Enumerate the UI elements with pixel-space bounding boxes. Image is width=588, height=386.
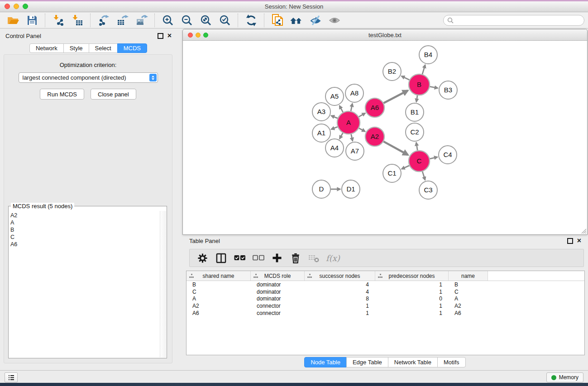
search-field[interactable]	[443, 15, 584, 26]
select-all-columns-icon[interactable]	[231, 250, 248, 266]
table-cell: 4	[305, 281, 375, 288]
control-panel-title: Control Panel	[5, 33, 41, 39]
first-neighbors-icon[interactable]	[287, 13, 306, 28]
table-row[interactable]: A2connector11A2	[186, 302, 584, 310]
graph-edge-A6-B[interactable]	[384, 91, 408, 103]
table-row[interactable]: Cdominator41C	[186, 288, 584, 295]
tab-select[interactable]: Select	[89, 43, 118, 53]
table-cell: 1	[375, 281, 449, 288]
graph-edge-C-C1[interactable]	[402, 166, 409, 169]
mcds-panel: Optimization criterion: largest connecte…	[4, 54, 172, 363]
graph-edge-A-A7[interactable]	[351, 134, 353, 141]
graph-edge-A-A5[interactable]	[339, 106, 343, 112]
graph-edge-C-C3[interactable]	[422, 172, 425, 180]
graph-edge-B-B1[interactable]	[416, 95, 417, 102]
graph-edge-A-A3[interactable]	[331, 116, 338, 119]
show-panels-icon[interactable]	[325, 13, 344, 28]
network-window-titlebar[interactable]: testGlobe.txt	[183, 29, 587, 41]
close-panel-button[interactable]: Close panel	[91, 89, 136, 100]
close-table-panel-icon[interactable]: ×	[577, 238, 581, 243]
graph-edge-B-B3[interactable]	[430, 86, 438, 88]
graph-edge-B-B2[interactable]	[402, 76, 409, 80]
criterion-dropdown[interactable]: largest connected component (directed)	[19, 72, 158, 83]
column-header-mcds-role[interactable]: MCDS role	[251, 271, 305, 281]
export-network-icon[interactable]	[94, 13, 113, 28]
export-table-icon[interactable]	[113, 13, 132, 28]
column-header-shared-name[interactable]: shared name	[186, 271, 251, 281]
graph-node-label: D1	[346, 185, 355, 193]
table-row[interactable]: Adominator80A	[186, 295, 584, 302]
graph-node-label: A5	[330, 92, 339, 100]
table-settings-gear-icon[interactable]	[194, 250, 211, 266]
tab-style[interactable]: Style	[63, 43, 89, 53]
mcds-result-list[interactable]: A2ABCA6	[10, 212, 159, 357]
graph-node-label: C3	[424, 186, 432, 194]
delete-column-icon[interactable]	[287, 250, 304, 266]
graph-node-label: A3	[317, 108, 325, 115]
graph-node-label: C	[417, 157, 422, 165]
graph-edge-A2-C[interactable]	[383, 142, 408, 155]
column-header-successor-nodes[interactable]: successor nodes	[305, 271, 375, 281]
run-mcds-button[interactable]: Run MCDS	[40, 89, 84, 100]
mcds-result-item[interactable]: C	[10, 234, 159, 241]
mcds-result-item[interactable]: A6	[10, 241, 159, 248]
import-table-icon[interactable]	[68, 13, 87, 28]
graph-edge-A-A6[interactable]	[359, 113, 365, 117]
graph-edge-C-C4[interactable]	[430, 157, 437, 159]
function-builder-icon[interactable]: f(x)	[326, 253, 340, 263]
open-session-icon[interactable]	[4, 13, 23, 28]
mcds-result-item[interactable]: A	[10, 219, 159, 226]
toolbar-separator	[238, 14, 239, 27]
zoom-fit-icon[interactable]	[196, 13, 215, 28]
refresh-icon[interactable]	[242, 13, 261, 28]
table-body: Bdominator41BCdominator41CAdominator80AA…	[186, 281, 584, 316]
export-image-icon[interactable]	[132, 13, 151, 28]
memory-status-icon	[551, 375, 556, 380]
graph-edge-A-A1[interactable]	[331, 127, 338, 129]
show-columns-icon[interactable]	[213, 250, 229, 266]
mcds-list-scrollbar[interactable]	[160, 211, 166, 357]
create-column-icon[interactable]	[268, 250, 285, 266]
table-row[interactable]: Bdominator41B	[186, 281, 584, 288]
graph-edge-C-C2[interactable]	[416, 143, 418, 150]
tab-network-table[interactable]: Network Table	[388, 357, 438, 367]
task-history-button[interactable]	[5, 372, 18, 382]
unselect-all-columns-icon[interactable]	[250, 250, 267, 266]
tab-node-table[interactable]: Node Table	[304, 357, 347, 367]
graph-edge-A-A8[interactable]	[351, 104, 352, 111]
tab-network[interactable]: Network	[29, 43, 64, 53]
mcds-result-item[interactable]: A2	[10, 212, 159, 219]
memory-button[interactable]: Memory	[546, 372, 583, 382]
search-input[interactable]	[456, 17, 580, 24]
column-header-label: predecessor nodes	[388, 273, 435, 279]
zoom-in-icon[interactable]	[158, 13, 177, 28]
hide-panels-icon[interactable]	[306, 13, 325, 28]
delete-table-icon[interactable]	[306, 250, 322, 266]
float-panel-icon[interactable]	[158, 33, 163, 39]
table-cell: 1	[305, 310, 375, 316]
table-cell: B	[449, 281, 488, 288]
memory-label: Memory	[559, 374, 578, 381]
network-graph-canvas[interactable]: B4B2BB3A8A5A6A3B1AC2A1A2A4A7C4CC1DD1C3	[183, 40, 587, 234]
close-panel-icon[interactable]: ×	[167, 33, 172, 38]
network-window-title: testGlobe.txt	[183, 32, 587, 38]
graph-edge-A-A4[interactable]	[339, 133, 343, 139]
table-cell: 1	[375, 310, 449, 316]
zoom-out-icon[interactable]	[177, 13, 196, 28]
column-header-predecessor-nodes[interactable]: predecessor nodes	[375, 271, 449, 281]
graph-edge-B-B4[interactable]	[422, 65, 425, 74]
mcds-result-item[interactable]: B	[10, 226, 159, 234]
save-session-icon[interactable]	[23, 13, 42, 28]
network-view-window: testGlobe.txt B4B2BB3A8A5A6A3B1AC2A1A2A4…	[182, 29, 588, 235]
tab-mcds[interactable]: MCDS	[117, 43, 147, 53]
table-row[interactable]: A6connector11A6	[186, 310, 584, 317]
float-table-panel-icon[interactable]	[567, 238, 573, 244]
tab-motifs[interactable]: Motifs	[437, 357, 466, 367]
graph-edge-A-A2[interactable]	[359, 128, 365, 131]
new-network-from-selection-icon[interactable]	[268, 13, 287, 28]
column-header-name[interactable]: name	[449, 271, 488, 281]
zoom-selected-icon[interactable]	[215, 13, 234, 28]
resize-grip[interactable]	[580, 228, 587, 234]
tab-edge-table[interactable]: Edge Table	[346, 357, 388, 367]
import-network-icon[interactable]	[49, 13, 68, 28]
